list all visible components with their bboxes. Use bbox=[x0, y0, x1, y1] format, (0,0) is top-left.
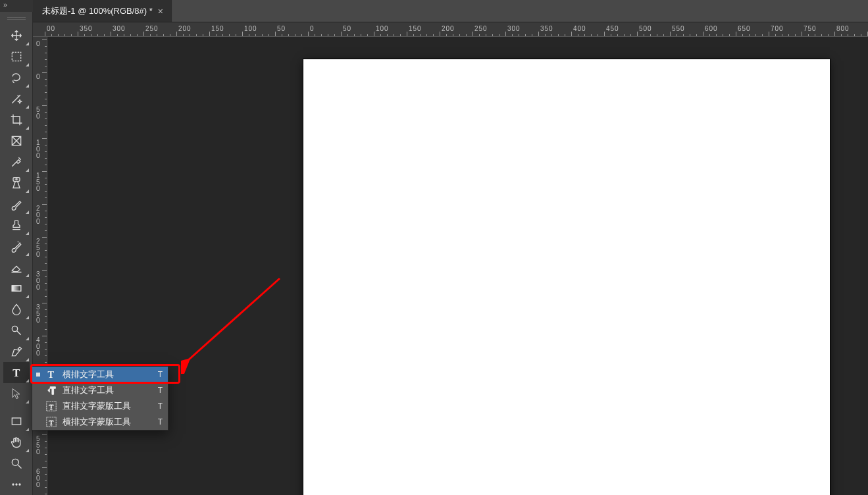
zoom-tool[interactable] bbox=[3, 453, 30, 474]
ruler-tick-label: 550 bbox=[36, 436, 40, 456]
frame-tool-icon bbox=[10, 134, 23, 147]
ruler-minor-tick bbox=[420, 22, 421, 37]
dodge-tool[interactable] bbox=[3, 320, 30, 341]
ruler-tick: 150 bbox=[407, 22, 407, 37]
ruler-minor-tick bbox=[354, 22, 355, 37]
ruler-minor-tick bbox=[163, 22, 164, 37]
horizontal-ruler[interactable]: 0035030025020015010050050100150200250300… bbox=[33, 22, 868, 37]
ruler-tick: 400 bbox=[571, 22, 572, 37]
ruler-tick: 300 bbox=[111, 22, 111, 37]
ruler-minor-tick bbox=[848, 22, 848, 37]
ruler-minor-tick bbox=[551, 22, 552, 37]
ruler-minor-tick bbox=[584, 22, 585, 37]
ruler-minor-tick bbox=[492, 22, 493, 37]
svg-text:T: T bbox=[49, 403, 53, 411]
ruler-minor-tick bbox=[64, 22, 65, 37]
ruler-minor-tick bbox=[347, 22, 348, 37]
toolbar-grip[interactable] bbox=[7, 17, 26, 21]
path-select-tool[interactable] bbox=[3, 383, 30, 404]
ruler-minor-tick bbox=[157, 22, 157, 37]
gradient-tool-icon bbox=[10, 282, 23, 295]
ruler-minor-tick bbox=[499, 22, 499, 37]
ruler-minor-tick bbox=[591, 22, 592, 37]
eraser-tool[interactable] bbox=[3, 257, 30, 278]
ruler-tick: 350 bbox=[78, 22, 78, 37]
blur-tool[interactable] bbox=[3, 299, 30, 320]
frame-tool[interactable] bbox=[3, 130, 30, 151]
ruler-minor-tick bbox=[795, 22, 796, 37]
magic-wand-tool[interactable] bbox=[3, 88, 30, 109]
ruler-minor-tick bbox=[525, 22, 526, 37]
more-tool[interactable] bbox=[3, 474, 30, 495]
ruler-tick: 200 bbox=[440, 22, 440, 37]
ruler-minor-tick bbox=[288, 22, 289, 37]
ruler-minor-tick bbox=[578, 22, 578, 37]
brush-tool[interactable] bbox=[3, 194, 30, 215]
eyedropper-tool[interactable] bbox=[3, 151, 30, 172]
ruler-minor-tick bbox=[755, 22, 756, 37]
ruler-minor-tick bbox=[788, 22, 789, 37]
expand-panel-button[interactable]: » bbox=[0, 0, 33, 12]
ruler-minor-tick bbox=[815, 22, 815, 37]
svg-rect-4 bbox=[12, 286, 20, 291]
type-tool-flyout: T横排文字工具T直排文字工具TT直排文字蒙版工具TT横排文字蒙版工具T bbox=[32, 366, 168, 430]
lasso-tool[interactable] bbox=[3, 67, 30, 88]
rectangle-tool[interactable] bbox=[3, 411, 30, 432]
flyout-item[interactable]: T横排文字工具T bbox=[32, 367, 168, 382]
ruler-minor-tick bbox=[709, 22, 710, 37]
ruler-minor-tick bbox=[808, 22, 809, 37]
ruler-minor-tick bbox=[137, 22, 138, 37]
type-tool[interactable]: T bbox=[3, 362, 30, 383]
canvas-area[interactable] bbox=[47, 37, 868, 495]
ruler-tick-label: 200 bbox=[36, 205, 40, 225]
svg-point-9 bbox=[12, 483, 14, 485]
svg-rect-0 bbox=[12, 52, 20, 61]
artboard[interactable] bbox=[303, 59, 830, 495]
ruler-minor-tick bbox=[361, 22, 361, 37]
zoom-tool-icon bbox=[10, 457, 23, 470]
history-brush-tool[interactable] bbox=[3, 236, 30, 257]
pen-tool[interactable] bbox=[3, 341, 30, 362]
ruler-tick: 50 bbox=[275, 22, 276, 37]
ruler-minor-tick bbox=[762, 22, 763, 37]
ruler-minor-tick bbox=[775, 22, 776, 37]
ruler-minor-tick bbox=[532, 22, 532, 37]
marquee-tool-icon bbox=[10, 50, 23, 63]
ruler-minor-tick bbox=[321, 22, 322, 37]
flyout-item[interactable]: T直排文字蒙版工具T bbox=[32, 398, 168, 414]
flyout-item[interactable]: 直排文字工具T bbox=[32, 382, 168, 398]
ruler-minor-tick bbox=[229, 22, 230, 37]
ruler-tick: 350 bbox=[538, 22, 539, 37]
ruler-minor-tick bbox=[190, 22, 190, 37]
svg-point-11 bbox=[18, 483, 20, 485]
gradient-tool[interactable] bbox=[3, 278, 30, 299]
svg-point-10 bbox=[15, 483, 17, 485]
ruler-minor-tick bbox=[268, 22, 269, 37]
ruler-tick-label: 250 bbox=[36, 238, 40, 258]
ruler-minor-tick bbox=[459, 22, 460, 37]
ruler-minor-tick bbox=[650, 22, 651, 37]
document-tab-title: 未标题-1 @ 100%(RGB/8#) * bbox=[42, 5, 153, 17]
ruler-minor-tick bbox=[630, 22, 631, 37]
ruler-minor-tick bbox=[387, 22, 388, 37]
flyout-item-icon bbox=[45, 384, 57, 396]
ruler-minor-tick bbox=[367, 22, 368, 37]
ruler-tick: 500 bbox=[637, 22, 638, 37]
ruler-minor-tick bbox=[716, 22, 717, 37]
move-tool[interactable] bbox=[3, 25, 30, 46]
ruler-minor-tick bbox=[558, 22, 559, 37]
document-tab[interactable]: 未标题-1 @ 100%(RGB/8#) * × bbox=[33, 0, 173, 22]
ruler-tick-label: 350 bbox=[36, 304, 40, 324]
ruler-minor-tick bbox=[644, 22, 644, 37]
close-icon[interactable]: × bbox=[158, 6, 163, 16]
marquee-tool[interactable] bbox=[3, 46, 30, 67]
ruler-minor-tick bbox=[828, 22, 829, 37]
flyout-item[interactable]: T横排文字蒙版工具T bbox=[32, 414, 168, 430]
hand-tool[interactable] bbox=[3, 432, 30, 453]
ruler-minor-tick bbox=[617, 22, 618, 37]
ruler-minor-tick bbox=[124, 22, 124, 37]
healing-tool[interactable] bbox=[3, 172, 30, 194]
crop-tool[interactable] bbox=[3, 109, 30, 130]
ruler-minor-tick bbox=[394, 22, 394, 37]
stamp-tool[interactable] bbox=[3, 215, 30, 236]
